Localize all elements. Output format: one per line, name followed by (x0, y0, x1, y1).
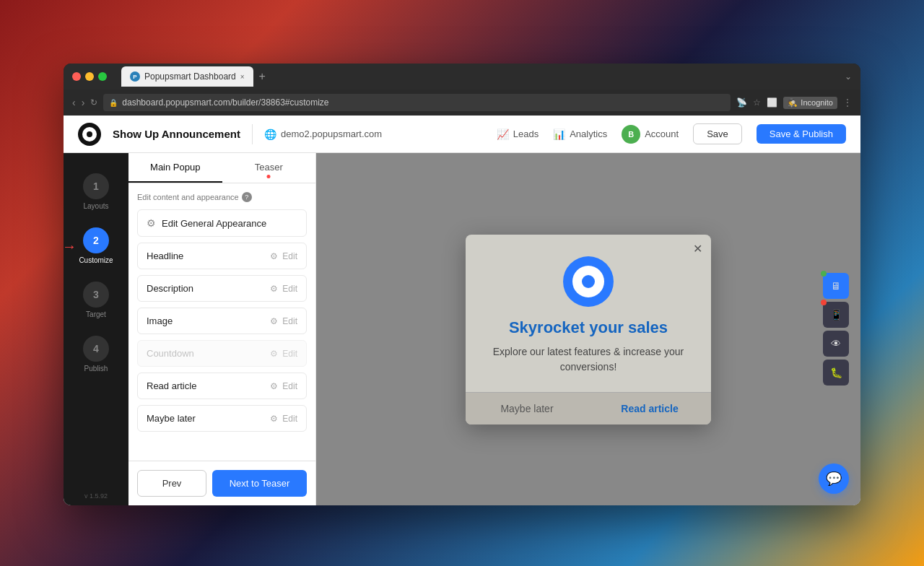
read-article-edit-label[interactable]: Edit (282, 381, 297, 391)
desktop-view-button[interactable]: 🖥 (823, 273, 849, 299)
preview-area: ✕ Skyrocket your sales Explore our lates… (316, 153, 860, 505)
read-article-actions: ⚙ Edit (270, 381, 297, 391)
traffic-light-yellow[interactable] (85, 72, 94, 81)
incognito-label: Incognito (801, 98, 833, 107)
tab-main-popup[interactable]: Main Popup (128, 153, 222, 183)
desktop-active-dot (821, 271, 827, 277)
incognito-badge: 🕵 Incognito (783, 97, 837, 109)
traffic-lights (72, 72, 107, 81)
panel-section-label: Edit content and appearance ? (137, 192, 307, 202)
image-edit-label[interactable]: Edit (282, 316, 297, 326)
leads-nav-item[interactable]: 📈 Leads (497, 129, 539, 140)
popup-headline: Skyrocket your sales (483, 318, 694, 337)
debug-button[interactable]: 🐛 (823, 360, 849, 386)
popup-logo-dot (582, 275, 595, 288)
active-arrow-indicator: → (64, 238, 77, 254)
next-to-teaser-button[interactable]: Next to Teaser (212, 470, 307, 497)
image-label: Image (147, 315, 173, 326)
tab-close-button[interactable]: × (240, 73, 245, 81)
refresh-button[interactable]: ↻ (90, 97, 97, 108)
app-title: Show Up Announcement (113, 128, 240, 140)
bug-icon: 🐛 (830, 367, 842, 378)
sidebar-label-layouts: Layouts (83, 202, 108, 210)
save-publish-button[interactable]: Save & Publish (757, 124, 846, 144)
window-icon[interactable]: ⬜ (767, 97, 777, 108)
panel-row-description[interactable]: Description ⚙ Edit (137, 275, 307, 302)
popup-close-button[interactable]: ✕ (693, 242, 702, 256)
eye-icon: 👁 (831, 338, 841, 349)
countdown-edit-label[interactable]: Edit (282, 349, 297, 359)
read-article-label: Read article (147, 380, 196, 391)
sidebar-item-target[interactable]: 3 Target (64, 276, 128, 324)
browser-window: P Popupsmart Dashboard × + ⌄ ‹ › ↻ 🔒 das… (64, 64, 860, 505)
star-icon[interactable]: ☆ (753, 97, 761, 108)
panel-row-image[interactable]: Image ⚙ Edit (137, 308, 307, 334)
app-logo (78, 123, 101, 146)
general-appearance-row[interactable]: ⚙ Edit General Appearance (137, 209, 307, 237)
menu-icon[interactable]: ⋮ (843, 97, 852, 108)
popup-logo (563, 256, 614, 307)
site-url-text: demo2.popupsmart.com (281, 129, 382, 139)
back-button[interactable]: ‹ (72, 97, 76, 108)
headline-label: Headline (147, 251, 183, 261)
panel-row-countdown[interactable]: Countdown ⚙ Edit (137, 340, 307, 367)
header-divider (252, 124, 253, 144)
image-actions: ⚙ Edit (270, 316, 297, 326)
tab-teaser-label: Teaser (255, 162, 283, 173)
tab-teaser[interactable]: Teaser (222, 153, 316, 183)
sidebar-item-layouts[interactable]: 1 Layouts (64, 167, 128, 216)
maybe-later-edit-label[interactable]: Edit (282, 414, 297, 424)
maybe-later-button[interactable]: Maybe later (466, 393, 588, 425)
app-logo-inner (82, 127, 97, 142)
sidebar-circle-3: 3 (83, 282, 109, 308)
traffic-light-red[interactable] (72, 72, 81, 81)
description-actions: ⚙ Edit (270, 284, 297, 294)
site-url: 🌐 demo2.popupsmart.com (264, 129, 382, 140)
countdown-actions: ⚙ Edit (270, 349, 297, 359)
sidebar: 1 Layouts → 2 Customize 3 Target 4 Publi… (64, 153, 128, 505)
account-nav-item[interactable]: B Account (622, 125, 679, 144)
browser-chrome: P Popupsmart Dashboard × + ⌄ (64, 64, 860, 90)
save-button[interactable]: Save (693, 123, 742, 144)
popup-description: Explore our latest features & increase y… (483, 344, 694, 375)
active-tab[interactable]: P Popupsmart Dashboard × (121, 66, 253, 87)
account-avatar: B (622, 125, 640, 144)
image-edit-icon: ⚙ (270, 316, 278, 326)
description-label: Description (147, 283, 193, 294)
prev-button[interactable]: Prev (137, 470, 206, 497)
analytics-label: Analytics (570, 129, 607, 139)
sidebar-label-customize: Customize (79, 256, 113, 264)
chat-icon: 💬 (826, 471, 842, 487)
popup-footer: Maybe later Read article (466, 392, 711, 425)
sidebar-label-target: Target (86, 310, 106, 318)
sidebar-item-publish[interactable]: 4 Publish (64, 330, 128, 378)
new-tab-button[interactable]: + (259, 70, 266, 83)
address-bar[interactable]: 🔒 dashboard.popupsmart.com/builder/38863… (103, 94, 731, 111)
sidebar-version: v 1.5.92 (84, 492, 108, 505)
account-label: Account (645, 129, 679, 139)
panel-row-read-article[interactable]: Read article ⚙ Edit (137, 373, 307, 399)
panel-row-maybe-later[interactable]: Maybe later ⚙ Edit (137, 405, 307, 432)
headline-edit-label[interactable]: Edit (282, 251, 297, 261)
help-icon[interactable]: ? (242, 192, 252, 202)
read-article-button[interactable]: Read article (588, 393, 711, 425)
sidebar-item-customize[interactable]: → 2 Customize (64, 222, 128, 270)
traffic-light-green[interactable] (98, 72, 107, 81)
maybe-later-edit-icon: ⚙ (270, 414, 278, 424)
mobile-view-button[interactable]: 📱 (823, 302, 849, 328)
preview-button[interactable]: 👁 (823, 331, 849, 357)
panel-row-headline[interactable]: Headline ⚙ Edit (137, 243, 307, 269)
lock-icon: 🔒 (109, 99, 118, 107)
app-logo-dot (87, 131, 92, 137)
leads-label: Leads (513, 129, 539, 139)
countdown-edit-icon: ⚙ (270, 349, 278, 359)
description-edit-label[interactable]: Edit (282, 284, 297, 294)
popup-logo-inner (572, 266, 604, 297)
cast-icon[interactable]: 📡 (736, 97, 747, 108)
forward-button[interactable]: › (82, 97, 85, 108)
app: Show Up Announcement 🌐 demo2.popupsmart.… (64, 116, 860, 505)
general-appearance-label: Edit General Appearance (162, 218, 266, 229)
analytics-nav-item[interactable]: 📊 Analytics (553, 129, 607, 140)
chat-button[interactable]: 💬 (819, 463, 849, 494)
mobile-dot (821, 300, 827, 305)
